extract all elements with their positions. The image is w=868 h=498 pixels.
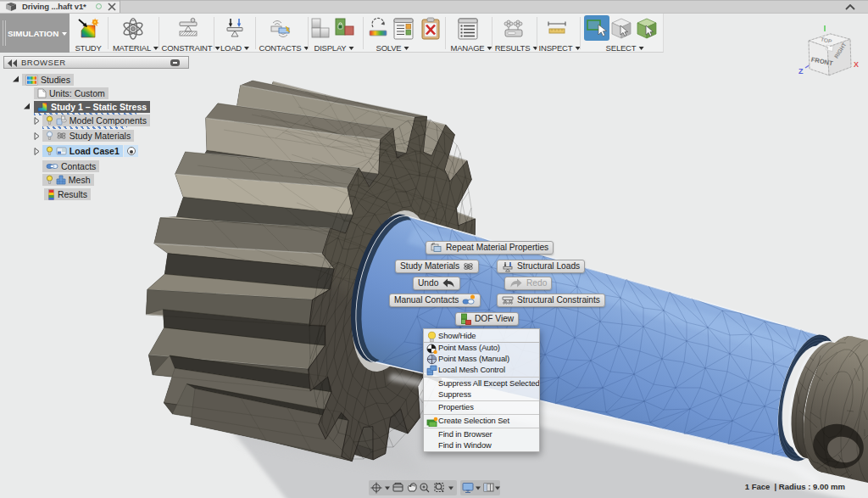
svg-text:Z: Z [798, 67, 804, 76]
svg-text:X: X [854, 60, 859, 69]
